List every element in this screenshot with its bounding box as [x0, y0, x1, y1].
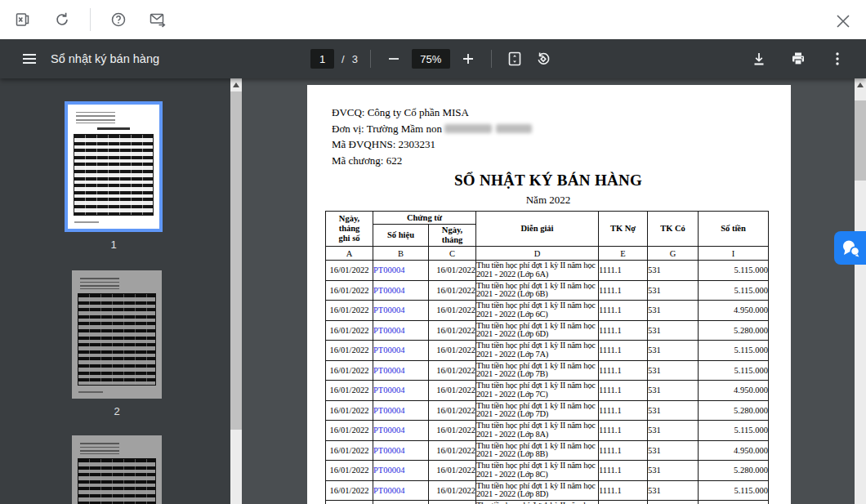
cell-credit-account: 531 [648, 400, 699, 421]
cell-posting-date: 16/01/2022 [326, 400, 373, 421]
cell-posting-date: 16/01/2022 [326, 381, 373, 401]
help-button[interactable] [107, 8, 130, 31]
redacted-text [496, 124, 532, 133]
cell-description: Thu tiền học phí đợt 1 kỳ II năm học 202… [476, 381, 599, 401]
code-line: Mã ĐVQHNS: 2303231 [332, 136, 771, 153]
cell-posting-date: 16/01/2022 [326, 461, 373, 481]
cell-voucher-no: PT00004 [373, 400, 429, 421]
cell-amount: 5.115.000 [699, 280, 769, 301]
voucher-link[interactable]: PT00004 [373, 265, 405, 274]
cell-voucher-no: PT00004 [373, 381, 429, 401]
cell-description: Thu tiền học phí đợt 1 kỳ II năm học 202… [476, 320, 599, 341]
cell-posting-date: 16/01/2022 [326, 480, 373, 501]
zoom-in-icon [461, 51, 475, 66]
zoom-out-icon [386, 51, 401, 66]
voucher-link[interactable]: PT00004 [373, 426, 405, 435]
print-button[interactable] [788, 48, 809, 69]
print-icon [790, 51, 806, 67]
voucher-link[interactable]: PT00004 [373, 326, 405, 335]
toolbar-right-actions [748, 39, 848, 78]
scroll-up-arrow-icon[interactable] [855, 78, 866, 91]
cell-debit-account: 1111.1 [599, 320, 648, 341]
excel-export-button[interactable] [11, 8, 34, 31]
cell-description: Thu tiền học phí đợt 1 kỳ II năm học 202… [476, 341, 599, 361]
cell-voucher-date: 16/01/2022 [429, 341, 476, 361]
cell-amount: 5.280.000 [699, 320, 769, 341]
thumbnail-label-2: 2 [72, 405, 162, 417]
sidebar-scrollbar[interactable] [230, 78, 242, 504]
cell-debit-account: 1111.1 [599, 461, 648, 481]
cell-description: Thu tiền học phí đợt 1 kỳ II năm học 202… [476, 461, 599, 481]
voucher-link[interactable]: PT00004 [373, 366, 405, 375]
send-email-button[interactable] [146, 8, 169, 31]
menu-button[interactable] [15, 44, 44, 74]
document-title: Sổ nhật ký bán hàng [51, 39, 159, 78]
fit-to-page-icon [507, 51, 523, 67]
excel-export-icon [14, 11, 32, 29]
voucher-link[interactable]: PT00004 [373, 466, 405, 475]
voucher-link[interactable]: PT00004 [373, 406, 405, 415]
voucher-link[interactable]: PT00004 [373, 346, 405, 355]
cell-voucher-date: 16/01/2022 [429, 400, 476, 421]
rotate-button[interactable] [533, 48, 554, 69]
cell-debit-account: 1111.1 [599, 280, 648, 301]
cell-debit-account: 1111.1 [599, 501, 648, 504]
cell-posting-date: 16/01/2022 [326, 421, 373, 441]
col-letter: A [326, 247, 373, 261]
chat-support-button[interactable] [834, 231, 866, 265]
zoom-in-button[interactable] [458, 48, 479, 69]
cell-amount: 5.280.000 [699, 400, 769, 421]
cell-voucher-date: 16/01/2022 [429, 461, 476, 481]
thumbnail-preview [72, 435, 162, 504]
download-button[interactable] [748, 48, 770, 69]
zoom-level[interactable]: 75% [412, 49, 450, 69]
cell-voucher-no: PT00004 [373, 360, 429, 381]
page-separator: / [341, 53, 345, 65]
main-scrollbar[interactable] [855, 78, 866, 504]
col-header-dien-giai: Diễn giải [476, 212, 599, 247]
page-number-input[interactable]: 1 [310, 49, 334, 69]
col-letter: I [699, 247, 769, 261]
cell-amount: 5.115.000 [699, 421, 769, 441]
journal-table-body: 16/01/2022 PT00004 16/01/2022 Thu tiền h… [326, 261, 769, 504]
page-thumbnail-2[interactable] [72, 270, 162, 399]
fit-to-page-button[interactable] [504, 48, 525, 69]
cell-description: Thu tiền học phí đợt 1 kỳ II năm học 202… [476, 280, 599, 301]
page-thumbnail-3[interactable] [72, 435, 162, 504]
page-thumbnail-1[interactable] [65, 101, 163, 232]
col-header-so-tien: Số tiền [699, 212, 769, 247]
col-header-chung-tu: Chứng từ [373, 212, 476, 225]
scroll-up-arrow-icon[interactable] [230, 78, 242, 91]
voucher-link[interactable]: PT00004 [373, 486, 405, 495]
journal-table: Ngày, tháng ghi sổ Chứng từ Diễn giải TK… [325, 211, 769, 504]
help-icon [109, 11, 127, 29]
rotate-counterclockwise-icon [535, 51, 551, 67]
close-button[interactable] [830, 8, 856, 34]
cell-amount: 5.115.000 [699, 360, 769, 381]
col-header-ghi-so: Ngày, tháng ghi sổ [326, 212, 373, 247]
more-options-button[interactable] [827, 48, 848, 69]
cell-voucher-no: PT00004 [373, 320, 429, 341]
voucher-link[interactable]: PT00004 [373, 306, 405, 314]
pdf-toolbar: Sổ nhật ký bán hàng 1 / 3 75% [0, 39, 866, 78]
col-header-tk-no: TK Nợ [599, 212, 648, 247]
menu-icon [21, 51, 38, 67]
col-letter: D [476, 247, 599, 261]
cell-debit-account: 1111.1 [599, 261, 648, 281]
send-mail-icon [148, 10, 167, 29]
cell-voucher-no: PT00004 [373, 301, 429, 321]
refresh-button[interactable] [51, 8, 74, 31]
cell-description: Thu tiền học phí đợt 1 kỳ II năm học 202… [476, 400, 599, 421]
voucher-link[interactable]: PT00004 [373, 286, 405, 295]
main-scrollbar-thumb[interactable] [855, 100, 866, 181]
voucher-link[interactable]: PT00004 [373, 386, 405, 395]
toolbar-divider [370, 50, 371, 68]
col-letter: G [648, 247, 699, 261]
sidebar-scrollbar-thumb[interactable] [230, 91, 242, 430]
cell-amount: 5.115.000 [699, 261, 769, 281]
zoom-out-button[interactable] [383, 48, 404, 69]
cell-amount: 4.950.000 [699, 381, 769, 401]
voucher-link[interactable]: PT00004 [373, 446, 405, 455]
cell-credit-account: 531 [648, 480, 699, 501]
cell-voucher-date: 16/01/2022 [429, 480, 476, 501]
